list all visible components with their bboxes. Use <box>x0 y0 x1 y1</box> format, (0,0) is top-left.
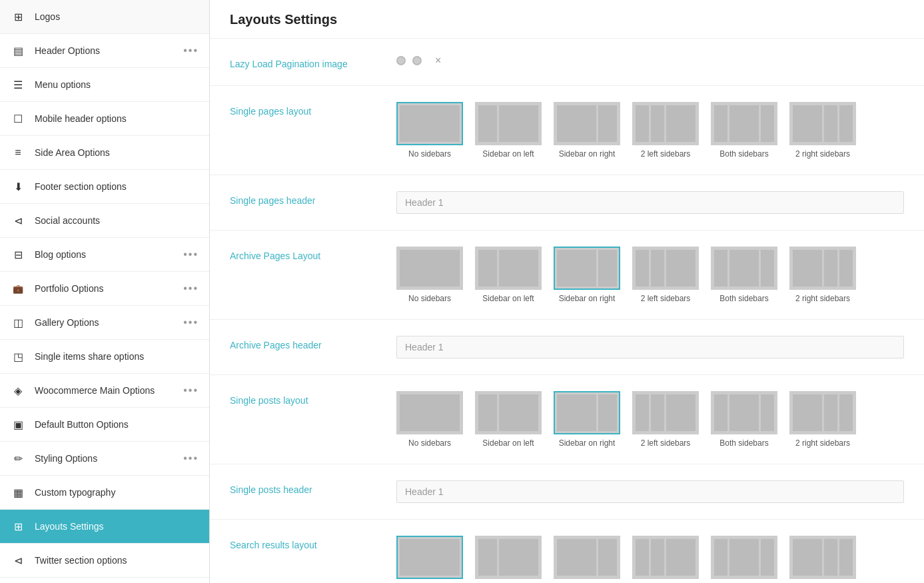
sidebar-item-twitter[interactable]: Twitter section options <box>0 544 209 578</box>
layout-thumb-no-sidebars <box>396 247 463 290</box>
layout-option-label: 2 left sidebars <box>641 438 691 448</box>
icon-typography <box>11 485 25 500</box>
sidebar-item-label: Mobile header options <box>35 113 199 124</box>
layout-option-2-right[interactable]: 2 right sidebars <box>789 247 856 303</box>
sidebar-item-styling[interactable]: Styling Options ••• <box>0 442 209 476</box>
side-col-sm-2 <box>651 539 664 576</box>
layout-option-label: 2 right sidebars <box>795 149 850 159</box>
layout-thumb-2-left <box>632 536 699 579</box>
layout-option-sidebar-left[interactable]: Sidebar on left <box>475 536 542 583</box>
layout-thumb-both <box>711 247 777 290</box>
sidebar-item-logos[interactable]: Logos <box>0 0 209 34</box>
dots-icon: ••• <box>183 249 199 261</box>
layout-thumb-sidebar-right <box>554 102 620 145</box>
layout-option-2-left[interactable]: 2 left sidebars <box>632 391 699 448</box>
layout-option-sidebar-right[interactable]: Sidebar on right <box>554 536 620 583</box>
side-col-sm-l <box>714 250 727 287</box>
layout-option-no-sidebars[interactable]: No sidebars <box>396 391 463 448</box>
layout-option-sidebar-right[interactable]: Sidebar on right <box>554 391 620 448</box>
layout-option-sidebar-left[interactable]: Sidebar on left <box>475 391 542 448</box>
sidebar-item-label: Gallery Options <box>35 317 183 328</box>
layout-option-2-left[interactable]: 2 left sidebars <box>632 536 699 583</box>
icon-gallery <box>11 315 25 330</box>
layout-thumb-2-left <box>632 391 699 434</box>
sidebar-item-layouts[interactable]: Layouts Settings <box>0 510 209 544</box>
layout-option-no-sidebars[interactable]: No sidebars <box>396 247 463 303</box>
icon-share <box>11 349 25 364</box>
dots-icon: ••• <box>183 384 199 396</box>
layout-option-label: Both sidebars <box>719 149 768 159</box>
main-col <box>793 539 822 576</box>
section-archive-pages-header: Archive Pages headerHeader 1 <box>210 320 924 375</box>
layout-option-sidebar-left[interactable]: Sidebar on left <box>475 247 542 303</box>
icon-header <box>11 43 25 58</box>
main-col <box>666 539 695 576</box>
icon-twitter <box>11 553 25 568</box>
sidebar-item-label: Twitter section options <box>35 555 199 566</box>
layout-option-both[interactable]: Both sidebars <box>711 102 777 159</box>
sidebar-item-side-area[interactable]: Side Area Options <box>0 136 209 170</box>
side-col <box>478 105 497 142</box>
layout-option-label: 2 left sidebars <box>641 149 691 159</box>
icon-button <box>11 417 25 432</box>
icon-footer <box>11 179 25 194</box>
dots-icon: ••• <box>183 452 199 464</box>
sidebar-item-header-options[interactable]: Header Options ••• <box>0 34 209 68</box>
header-select-single-pages-header[interactable]: Header 1 <box>396 191 904 214</box>
section-content-archive-pages-layout: No sidebarsSidebar on leftSidebar on rig… <box>396 247 904 303</box>
layout-option-label: Both sidebars <box>719 294 768 303</box>
section-archive-pages-layout: Archive Pages LayoutNo sidebarsSidebar o… <box>210 231 924 320</box>
layout-option-no-sidebars[interactable]: No sidebars <box>396 102 463 159</box>
sidebar-item-label: Blog options <box>35 249 183 260</box>
sidebar-item-share[interactable]: Single items share options <box>0 340 209 374</box>
section-single-posts-header: Single posts headerHeader 1 <box>210 464 924 520</box>
layout-option-sidebar-left[interactable]: Sidebar on left <box>475 102 542 159</box>
main-col <box>666 394 695 431</box>
section-single-pages-header: Single pages headerHeader 1 <box>210 175 924 231</box>
layout-option-sidebar-right[interactable]: Sidebar on right <box>554 102 620 159</box>
sidebar-item-label: Single items share options <box>35 351 199 362</box>
main-col <box>557 394 596 431</box>
layout-option-2-right[interactable]: 2 right sidebars <box>789 391 856 448</box>
sidebar-item-button[interactable]: Default Button Options <box>0 408 209 442</box>
sidebar-item-label: Footer section options <box>35 181 199 192</box>
layout-option-both[interactable]: Both sidebars <box>711 391 777 448</box>
layout-option-2-left[interactable]: 2 left sidebars <box>632 102 699 159</box>
layout-thumb-both <box>711 391 777 434</box>
layout-option-label: No sidebars <box>408 294 451 303</box>
sidebar-item-portfolio[interactable]: Portfolio Options ••• <box>0 272 209 306</box>
sidebar-item-woocommerce[interactable]: Woocommerce Main Options ••• <box>0 374 209 408</box>
main-col <box>557 250 596 287</box>
section-label-lazy-load: Lazy Load Pagination image <box>230 55 396 69</box>
layout-option-both[interactable]: Both sidebars <box>711 536 777 583</box>
layout-thumb-sidebar-left <box>475 536 542 579</box>
sidebar-item-label: Layouts Settings <box>35 521 199 532</box>
sidebar-item-mobile-header[interactable]: Mobile header options <box>0 102 209 136</box>
layout-option-sidebar-right[interactable]: Sidebar on right <box>554 247 620 303</box>
sidebar-item-blog[interactable]: Blog options ••• <box>0 238 209 272</box>
slider-dot-1 <box>396 56 406 65</box>
sidebar-item-menu-options[interactable]: Menu options <box>0 68 209 102</box>
sidebar-item-social[interactable]: Social accounts <box>0 204 209 238</box>
layout-option-label: No sidebars <box>408 149 451 159</box>
layout-option-2-left[interactable]: 2 left sidebars <box>632 247 699 303</box>
header-select-archive-pages-header[interactable]: Header 1 <box>396 336 904 358</box>
layout-thumb-sidebar-right <box>554 391 620 434</box>
layout-option-2-right[interactable]: 2 right sidebars <box>789 536 856 583</box>
layout-option-no-sidebars[interactable]: No sidebars <box>396 536 463 583</box>
sidebar-item-typography[interactable]: Custom typography <box>0 476 209 510</box>
sidebar-item-footer[interactable]: Footer section options <box>0 170 209 204</box>
layout-option-2-right[interactable]: 2 right sidebars <box>789 102 856 159</box>
dots-icon: ••• <box>183 45 199 57</box>
side-col-sm-r <box>761 250 774 287</box>
close-icon[interactable]: × <box>435 55 441 67</box>
section-label-single-posts-layout: Single posts layout <box>230 391 396 406</box>
side-col-sm-r <box>761 105 774 142</box>
side-col-sm-2 <box>651 105 664 142</box>
layout-option-both[interactable]: Both sidebars <box>711 247 777 303</box>
main-col <box>793 105 822 142</box>
sidebar-item-fonts[interactable]: Custom fonts <box>0 578 209 583</box>
dots-icon: ••• <box>183 316 199 328</box>
sidebar-item-gallery[interactable]: Gallery Options ••• <box>0 306 209 340</box>
header-select-single-posts-header[interactable]: Header 1 <box>396 480 904 503</box>
